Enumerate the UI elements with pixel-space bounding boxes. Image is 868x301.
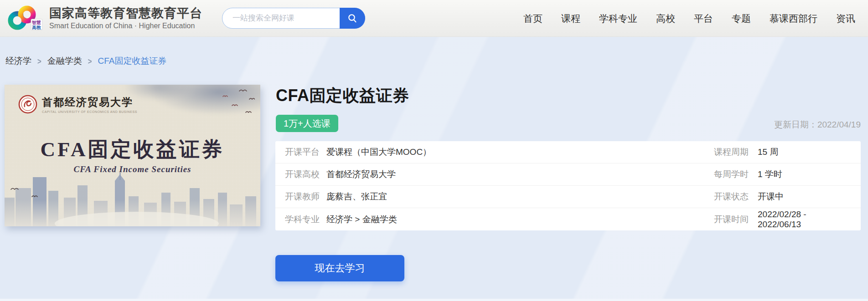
- breadcrumb-item-economics[interactable]: 经济学: [5, 55, 31, 67]
- footer-divider: [0, 299, 868, 301]
- info-label: 开课平台: [285, 146, 320, 158]
- info-row-teachers-status: 开课教师 庞蔡吉、张正宜 开课状态 开课中: [275, 186, 861, 208]
- nav-item-news[interactable]: 资讯: [836, 12, 855, 25]
- info-value: 首都经济贸易大学: [326, 168, 396, 180]
- info-value: 2022/02/28 - 2022/06/13: [758, 209, 851, 230]
- info-cell-platform: 开课平台 爱课程（中国大学MOOC）: [285, 146, 431, 158]
- info-value: 庞蔡吉、张正宜: [326, 191, 387, 203]
- nav-item-topics[interactable]: 专题: [732, 12, 751, 25]
- birds-icon: [196, 87, 255, 128]
- university-name-en: CAPITAL UNIVERSITY OF ECONOMICS AND BUSI…: [42, 110, 137, 113]
- info-cell-dates: 开课时间 2022/02/28 - 2022/06/13: [714, 209, 851, 230]
- info-cell-duration: 课程周期 15 周: [714, 146, 851, 158]
- course-info-panel: 开课平台 爱课程（中国大学MOOC） 课程周期 15 周 开课高校 首都经济贸易…: [275, 141, 861, 230]
- info-cell-subject: 学科专业 经济学 > 金融学类: [285, 214, 397, 225]
- search-bar: [222, 8, 365, 29]
- logo-badge-text-2: 高教: [32, 25, 41, 30]
- enrollment-badge: 1万+人选课: [276, 115, 338, 132]
- info-cell-status: 开课状态 开课中: [714, 191, 851, 203]
- info-row-platform-duration: 开课平台 爱课程（中国大学MOOC） 课程周期 15 周: [275, 141, 861, 163]
- info-label: 每周学时: [714, 168, 758, 180]
- go-study-button[interactable]: 现在去学习: [275, 255, 404, 281]
- info-label: 开课教师: [285, 191, 320, 203]
- page-title: CFA固定收益证券: [276, 85, 409, 107]
- cover-course-title: CFA固定收益证券: [5, 136, 260, 163]
- cover-course-subtitle: CFA Fixed Income Securities: [5, 164, 260, 174]
- info-cell-college: 开课高校 首都经济贸易大学: [285, 168, 396, 180]
- update-date-value: 2022/04/19: [817, 120, 861, 129]
- course-detail-page: 智慧 高教 国家高等教育智慧教育平台 Smart Education of Ch…: [0, 0, 868, 301]
- university-seal-icon: [18, 95, 37, 114]
- info-value status-badge: 开课中: [758, 191, 784, 203]
- info-label: 课程周期: [714, 146, 758, 158]
- brand-subtitle: Smart Education of China · Higher Educat…: [49, 22, 202, 30]
- chevron-right-icon: >: [37, 56, 41, 66]
- nav-item-platforms[interactable]: 平台: [694, 12, 713, 25]
- brand-block: 国家高等教育智慧教育平台 Smart Education of China · …: [49, 6, 202, 30]
- platform-logo[interactable]: 智慧 高教: [5, 4, 47, 33]
- info-cell-teachers: 开课教师 庞蔡吉、张正宜: [285, 191, 387, 203]
- main-nav: 首页 课程 学科专业 高校 平台 专题 慕课西部行 资讯: [523, 0, 855, 37]
- info-label: 开课时间: [714, 214, 758, 225]
- info-value: 爱课程（中国大学MOOC）: [326, 146, 431, 158]
- brand-title: 国家高等教育智慧教育平台: [49, 6, 202, 20]
- nav-item-mooc-west[interactable]: 慕课西部行: [770, 12, 817, 25]
- course-cover-image: 首都经济贸易大学 CAPITAL UNIVERSITY OF ECONOMICS…: [5, 85, 260, 226]
- breadcrumb-item-finance[interactable]: 金融学类: [47, 55, 82, 67]
- nav-item-colleges[interactable]: 高校: [656, 12, 675, 25]
- search-input[interactable]: [222, 14, 340, 23]
- info-row-college-hours: 开课高校 首都经济贸易大学 每周学时 1 学时: [275, 163, 861, 186]
- info-label: 开课状态: [714, 191, 758, 203]
- update-date-label: 更新日期：: [774, 120, 817, 129]
- info-label: 学科专业: [285, 214, 320, 225]
- info-value: 15 周: [758, 146, 778, 158]
- breadcrumb: 经济学 > 金融学类 > CFA固定收益证券: [5, 55, 166, 67]
- university-brand: 首都经济贸易大学 CAPITAL UNIVERSITY OF ECONOMICS…: [18, 95, 137, 114]
- chevron-right-icon: >: [88, 56, 92, 66]
- info-row-subject-dates: 学科专业 经济学 > 金融学类 开课时间 2022/02/28 - 2022/0…: [275, 208, 861, 230]
- info-value: 经济学 > 金融学类: [326, 214, 397, 225]
- birds-icon: [8, 184, 49, 202]
- app-header: 智慧 高教 国家高等教育智慧教育平台 Smart Education of Ch…: [0, 0, 868, 37]
- breadcrumb-item-current-course: CFA固定收益证券: [98, 55, 167, 67]
- info-cell-weekly-hours: 每周学时 1 学时: [714, 168, 851, 180]
- platform-logo-icon: 智慧 高教: [5, 4, 47, 33]
- search-button[interactable]: [340, 8, 365, 29]
- search-icon: [347, 13, 358, 24]
- university-name: 首都经济贸易大学: [42, 95, 137, 109]
- update-date: 更新日期：2022/04/19: [774, 119, 861, 131]
- info-value: 1 学时: [758, 168, 782, 180]
- nav-item-subjects[interactable]: 学科专业: [599, 12, 637, 25]
- nav-item-home[interactable]: 首页: [523, 12, 542, 25]
- logo-badge-text-1: 智慧: [31, 20, 41, 25]
- nav-item-courses[interactable]: 课程: [561, 12, 580, 25]
- info-label: 开课高校: [285, 168, 320, 180]
